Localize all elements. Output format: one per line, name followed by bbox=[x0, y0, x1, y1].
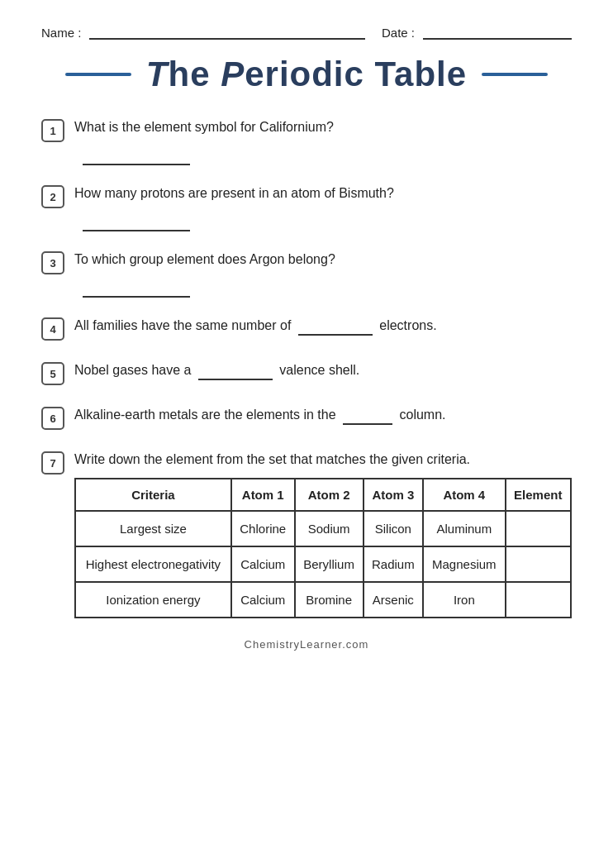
col-atom1: Atom 1 bbox=[231, 479, 295, 511]
name-label: Name : bbox=[41, 26, 81, 40]
col-atom3: Atom 3 bbox=[364, 479, 424, 511]
q6-text-before: Alkaline-earth metals are the elements i… bbox=[74, 408, 336, 422]
table-header-row: Criteria Atom 1 Atom 2 Atom 3 Atom 4 Ele… bbox=[75, 479, 571, 511]
question-num-1: 1 bbox=[41, 119, 64, 142]
q5-text-before: Nobel gases have a bbox=[74, 363, 191, 377]
table-row: Highest electronegativity Calcium Beryll… bbox=[75, 546, 571, 582]
atom1-row1: Chlorine bbox=[231, 511, 295, 546]
question-content-1: What is the element symbol for Californi… bbox=[74, 117, 572, 165]
question-num-6: 6 bbox=[41, 407, 64, 430]
question-3: 3 To which group element does Argon belo… bbox=[41, 250, 572, 298]
question-num-7: 7 bbox=[41, 451, 64, 475]
question-text-7: Write down the element from the set that… bbox=[74, 450, 572, 470]
question-num-4: 4 bbox=[41, 317, 64, 341]
atom1-row3: Calcium bbox=[231, 582, 295, 618]
q4-text-before: All families have the same number of bbox=[74, 318, 291, 332]
col-element: Element bbox=[506, 479, 571, 511]
atom3-row3: Arsenic bbox=[364, 582, 424, 618]
question-7: 7 Write down the element from the set th… bbox=[41, 450, 572, 618]
answer-line-2[interactable] bbox=[83, 212, 190, 231]
page-title: The Periodic Table bbox=[146, 55, 467, 94]
question-6: 6 Alkaline-earth metals are the elements… bbox=[41, 405, 572, 432]
atom3-row1: Silicon bbox=[364, 511, 424, 546]
element-row2[interactable] bbox=[506, 546, 571, 582]
q5-text-after: valence shell. bbox=[279, 363, 359, 377]
question-4: 4 All families have the same number of e… bbox=[41, 316, 572, 342]
question-content-4: All families have the same number of ele… bbox=[74, 316, 572, 342]
question-num-5: 5 bbox=[41, 362, 64, 385]
question-content-7: Write down the element from the set that… bbox=[74, 450, 572, 618]
answer-line-3[interactable] bbox=[83, 278, 190, 298]
question-text-1: What is the element symbol for Californi… bbox=[74, 117, 572, 137]
criteria-1: Largest size bbox=[75, 511, 231, 546]
question-text-3: To which group element does Argon belong… bbox=[74, 250, 572, 269]
question-num-2: 2 bbox=[41, 185, 64, 208]
criteria-table: Criteria Atom 1 Atom 2 Atom 3 Atom 4 Ele… bbox=[74, 478, 572, 618]
col-criteria: Criteria bbox=[75, 479, 231, 511]
name-date-row: Name : Date : bbox=[41, 25, 572, 40]
element-row1[interactable] bbox=[506, 511, 571, 546]
title-T: T bbox=[146, 55, 169, 93]
q5-blank[interactable] bbox=[198, 365, 273, 380]
question-text-2: How many protons are present in an atom … bbox=[74, 184, 572, 203]
atom4-row1: Aluminum bbox=[423, 511, 505, 546]
atom4-row2: Magnesium bbox=[423, 546, 505, 582]
q4-text-after: electrons. bbox=[379, 318, 436, 332]
question-5: 5 Nobel gases have a valence shell. bbox=[41, 360, 572, 387]
question-2: 2 How many protons are present in an ato… bbox=[41, 184, 572, 231]
date-label: Date : bbox=[382, 26, 415, 40]
col-atom4: Atom 4 bbox=[423, 479, 505, 511]
title-dash-right bbox=[482, 73, 548, 76]
q4-blank[interactable] bbox=[298, 321, 373, 336]
question-text-4: All families have the same number of ele… bbox=[74, 316, 572, 336]
element-row3[interactable] bbox=[506, 582, 571, 618]
name-input-line[interactable] bbox=[89, 25, 365, 40]
q6-blank[interactable] bbox=[343, 410, 392, 425]
question-content-2: How many protons are present in an atom … bbox=[74, 184, 572, 231]
question-content-3: To which group element does Argon belong… bbox=[74, 250, 572, 298]
answer-line-1[interactable] bbox=[83, 145, 190, 165]
question-1: 1 What is the element symbol for Califor… bbox=[41, 117, 572, 165]
atom3-row2: Radium bbox=[364, 546, 424, 582]
question-text-5: Nobel gases have a valence shell. bbox=[74, 360, 572, 380]
date-input-line[interactable] bbox=[423, 25, 572, 40]
title-dash-left bbox=[65, 73, 131, 76]
title-section: The Periodic Table bbox=[41, 55, 572, 94]
question-content-5: Nobel gases have a valence shell. bbox=[74, 360, 572, 387]
title-P: P bbox=[221, 55, 245, 93]
atom2-row2: Beryllium bbox=[295, 546, 364, 582]
question-num-3: 3 bbox=[41, 251, 64, 274]
atom1-row2: Calcium bbox=[231, 546, 295, 582]
atom2-row3: Bromine bbox=[295, 582, 364, 618]
criteria-2: Highest electronegativity bbox=[75, 546, 231, 582]
question-content-6: Alkaline-earth metals are the elements i… bbox=[74, 405, 572, 432]
element-table: Criteria Atom 1 Atom 2 Atom 3 Atom 4 Ele… bbox=[74, 478, 572, 618]
atom4-row3: Iron bbox=[423, 582, 505, 618]
q6-text-after: column. bbox=[400, 408, 446, 422]
col-atom2: Atom 2 bbox=[295, 479, 364, 511]
criteria-3: Ionization energy bbox=[75, 582, 231, 618]
table-row: Ionization energy Calcium Bromine Arseni… bbox=[75, 582, 571, 618]
question-text-6: Alkaline-earth metals are the elements i… bbox=[74, 405, 572, 425]
atom2-row1: Sodium bbox=[295, 511, 364, 546]
footer-text: ChemistryLearner.com bbox=[245, 638, 369, 651]
table-row: Largest size Chlorine Sodium Silicon Alu… bbox=[75, 511, 571, 546]
footer: ChemistryLearner.com bbox=[41, 638, 572, 651]
